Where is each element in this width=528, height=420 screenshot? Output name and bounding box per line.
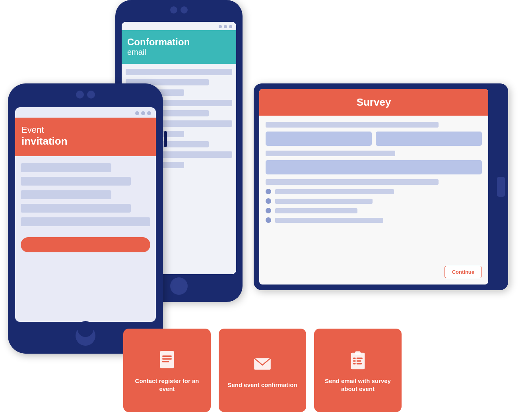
continue-button[interactable]: Continue [445, 266, 482, 278]
email-subtitle: email [127, 48, 231, 57]
document-icon [155, 348, 179, 372]
scene: Conformation email Survey [0, 0, 528, 420]
conformation-title: Conformation [127, 37, 231, 48]
envelope-icon [250, 352, 274, 375]
tablet-side-button [497, 177, 505, 197]
card-survey[interactable]: Send email with survey about event [314, 329, 402, 412]
phone-left-home-button [76, 326, 95, 346]
survey-input-row-1 [266, 132, 482, 146]
survey-content: Continue [259, 116, 488, 235]
survey-input-1[interactable] [266, 132, 372, 146]
phone-left-side-button [164, 131, 167, 147]
survey-text-2 [266, 151, 395, 156]
svg-rect-3 [162, 361, 169, 362]
event-invitation-header: Event invitation [15, 118, 156, 156]
card-survey-label: Send email with survey about event [320, 377, 396, 393]
svg-rect-7 [353, 358, 356, 359]
clipboard-svg [347, 349, 368, 370]
card-register-label: Contact register for an event [129, 377, 205, 393]
phone-left-camera [76, 91, 95, 99]
card-confirmation[interactable]: Send event confirmation [219, 329, 306, 412]
email-line-1 [126, 69, 232, 75]
clipboard-icon [346, 348, 370, 372]
radio-label-2 [275, 199, 373, 204]
survey-text-1 [266, 122, 439, 128]
radio-dot-2 [266, 198, 271, 204]
svg-rect-9 [353, 360, 356, 361]
svg-rect-11 [353, 363, 356, 364]
survey-title: Survey [266, 96, 482, 108]
survey-text-3 [266, 179, 439, 185]
survey-input-full[interactable] [266, 160, 482, 174]
inv-bar-5 [21, 217, 150, 226]
inv-bar-2 [21, 177, 131, 186]
phone-center-browser-dots [122, 22, 236, 30]
phone-left-device: Event invitation [8, 83, 163, 354]
inv-bar-1 [21, 163, 111, 172]
radio-label-3 [275, 208, 357, 213]
invitation-content [15, 156, 156, 233]
inv-bar-3 [21, 190, 111, 199]
svg-rect-12 [357, 363, 362, 364]
card-confirmation-label: Send event confirmation [227, 381, 297, 389]
svg-rect-10 [357, 360, 361, 361]
survey-radio-4[interactable] [266, 217, 482, 223]
survey-radio-2[interactable] [266, 198, 482, 204]
tablet-screen: Survey [259, 89, 488, 285]
phone-left-browser-dots [15, 107, 156, 118]
phone-center-camera [170, 6, 188, 14]
bottom-cards-container: Contact register for an event Send event… [123, 329, 402, 412]
survey-header: Survey [259, 89, 488, 116]
radio-dot-3 [266, 208, 271, 213]
radio-dot-4 [266, 217, 271, 223]
document-svg [157, 349, 177, 370]
phone-left-screen: Event invitation [15, 107, 156, 322]
radio-label-4 [275, 218, 383, 223]
event-title-line2: invitation [21, 135, 149, 147]
card-register[interactable]: Contact register for an event [123, 329, 211, 412]
svg-rect-2 [162, 358, 172, 359]
invitation-cta-button[interactable] [21, 237, 150, 252]
svg-rect-6 [355, 351, 361, 355]
phone-center-home-button [170, 277, 188, 295]
conformation-email-header: Conformation email [122, 30, 236, 64]
radio-dot-1 [266, 189, 271, 194]
survey-input-2[interactable] [376, 132, 482, 146]
radio-label-1 [275, 189, 394, 194]
event-title-line1: Event [21, 125, 149, 135]
survey-radio-1[interactable] [266, 189, 482, 194]
envelope-svg [252, 353, 273, 374]
inv-bar-4 [21, 204, 131, 213]
svg-rect-1 [162, 355, 172, 356]
svg-rect-8 [357, 358, 363, 359]
survey-radio-3[interactable] [266, 208, 482, 213]
phone-left-home-inner [78, 321, 93, 337]
survey-radio-list [266, 189, 482, 223]
tablet-device: Survey [254, 83, 508, 290]
